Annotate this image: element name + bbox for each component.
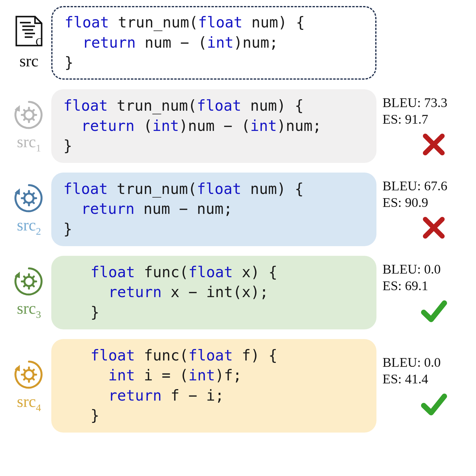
cross-icon	[420, 214, 447, 241]
svg-line-26	[24, 202, 26, 203]
row-src3: src3 float func(float x) { return x − in…	[9, 256, 467, 329]
code-src2: float trun_num(float num) { return num −…	[63, 179, 364, 240]
check-icon	[420, 391, 447, 417]
cycle-gear-icon	[13, 99, 45, 131]
cycle-gear-icon	[13, 182, 45, 214]
left-col-src4: src4	[9, 339, 51, 433]
svg-line-47	[32, 378, 34, 379]
check-icon	[420, 298, 447, 324]
code-box-src2: float trun_num(float num) { return num −…	[51, 173, 376, 246]
code-box-src3: float func(float x) { return x − int(x);…	[51, 256, 376, 329]
left-col-src3: src3	[9, 256, 51, 329]
bleu-src1: BLEU: 73.3	[382, 94, 447, 111]
right-col-src4: BLEU: 0.0 ES: 41.4	[376, 339, 467, 433]
es-src3: ES: 69.1	[382, 278, 428, 294]
code-src4: float func(float f) { int i = (int)f; re…	[63, 346, 364, 426]
cycle-gear-icon	[13, 265, 45, 298]
label-src4: src4	[17, 392, 41, 413]
bleu-src4: BLEU: 0.0	[382, 354, 441, 371]
code-src3: float func(float x) { return x − int(x);…	[63, 262, 364, 323]
bleu-src3: BLEU: 0.0	[382, 261, 441, 278]
svg-line-39	[32, 277, 34, 278]
svg-line-24	[24, 193, 26, 195]
src-code-box: float trun_num(float num) { return num −…	[51, 6, 376, 80]
diagram-container: C src float trun_num(float num) { return…	[0, 0, 476, 476]
left-col-src: C src	[9, 6, 51, 80]
left-col-src2: src2	[9, 173, 51, 246]
row-src2: src2 float trun_num(float num) { return …	[9, 173, 467, 246]
svg-line-13	[32, 118, 34, 120]
label-src1: src1	[17, 132, 41, 153]
code-src1: float trun_num(float num) { return (int)…	[63, 96, 364, 156]
svg-line-36	[24, 277, 26, 278]
cycle-gear-icon	[13, 358, 45, 391]
es-src2: ES: 90.9	[382, 194, 428, 211]
label-src: src	[20, 52, 39, 70]
code-box-src4: float func(float f) { int i = (int)f; re…	[51, 339, 376, 433]
row-src: C src float trun_num(float num) { return…	[9, 6, 467, 80]
svg-line-27	[32, 193, 34, 195]
left-col-src1: src1	[9, 89, 51, 163]
row-src1: src1 float trun_num(float num) { return …	[9, 89, 467, 163]
es-src4: ES: 41.4	[382, 371, 428, 387]
svg-line-48	[24, 378, 26, 379]
right-col-src1: BLEU: 73.3 ES: 91.7	[376, 89, 467, 163]
right-col-src	[376, 6, 467, 80]
svg-line-38	[24, 285, 26, 286]
svg-line-15	[32, 110, 34, 112]
label-src3: src3	[17, 299, 41, 320]
svg-line-46	[24, 370, 26, 371]
right-col-src3: BLEU: 0.0 ES: 69.1	[376, 256, 467, 329]
svg-text:C: C	[36, 36, 43, 48]
label-src2: src2	[17, 216, 41, 236]
cross-icon	[420, 131, 447, 158]
code-box-src1: float trun_num(float num) { return (int)…	[51, 89, 376, 163]
svg-line-49	[32, 370, 34, 371]
svg-line-37	[32, 285, 34, 286]
svg-line-14	[24, 118, 26, 120]
row-src4: src4 float func(float f) { int i = (int)…	[9, 339, 467, 433]
svg-line-25	[32, 202, 34, 203]
right-col-src2: BLEU: 67.6 ES: 90.9	[376, 173, 467, 246]
bleu-src2: BLEU: 67.6	[382, 178, 447, 194]
code-document-icon: C	[14, 15, 44, 48]
svg-line-12	[24, 110, 26, 112]
es-src1: ES: 91.7	[382, 111, 428, 128]
src-code: float trun_num(float num) { return num −…	[65, 13, 363, 73]
